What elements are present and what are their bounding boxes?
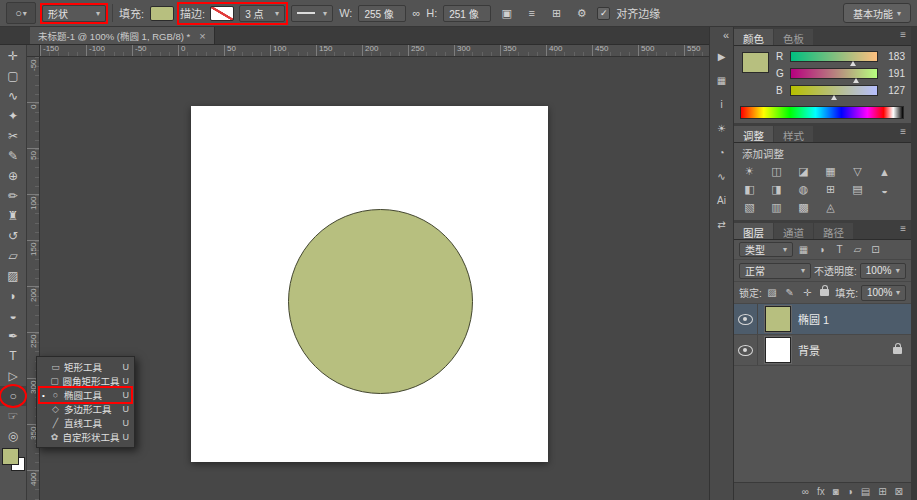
lock-position-icon[interactable]: ✛: [800, 286, 815, 300]
wave-panel-icon[interactable]: ∿: [712, 168, 731, 185]
selective-color-icon[interactable]: ◬: [821, 199, 840, 216]
tool-mode-dropdown[interactable]: 形状 ▾: [42, 5, 106, 22]
black-white-icon[interactable]: ◨: [767, 181, 786, 198]
workspace-switcher-button[interactable]: 基本功能 ▾: [843, 3, 911, 23]
current-color-swatch[interactable]: [742, 52, 769, 73]
pen-tool[interactable]: ✒: [0, 326, 26, 346]
clone-stamp-tool[interactable]: ♜: [0, 206, 26, 226]
tab-channels[interactable]: 通道: [774, 223, 813, 239]
path-alignment-icon[interactable]: ≡: [522, 4, 541, 22]
rounded-rectangle-tool-item[interactable]: • ▢ 圆角矩形工具 U: [37, 374, 134, 388]
blend-mode-dropdown[interactable]: 正常 ▾: [739, 263, 811, 279]
ellipse-shape-tool[interactable]: ○: [0, 386, 26, 406]
ellipse-shape[interactable]: [288, 209, 473, 394]
gear-icon[interactable]: ⚙: [572, 4, 591, 22]
adjustments-dock-icon[interactable]: ☀: [712, 120, 731, 137]
dodge-tool[interactable]: ◒: [0, 306, 26, 326]
layer-name[interactable]: 背景: [798, 342, 893, 358]
foreground-color-swatch[interactable]: [2, 448, 19, 465]
align-edges-checkbox[interactable]: ✓: [597, 7, 610, 20]
path-operations-icon[interactable]: ▣: [497, 4, 516, 22]
type-tool[interactable]: T: [0, 346, 26, 366]
link-dimensions-icon[interactable]: ∞: [412, 7, 420, 19]
rectangle-tool-item[interactable]: • ▭ 矩形工具 U: [37, 360, 134, 374]
filter-pixel-layers-icon[interactable]: ▦: [796, 243, 811, 257]
ruler-origin-corner[interactable]: [27, 44, 40, 57]
levels-icon[interactable]: ◫: [767, 163, 786, 180]
shape-height-field[interactable]: 251 像: [443, 5, 491, 22]
filter-adjustment-layers-icon[interactable]: ◑: [814, 243, 829, 257]
color-lookup-icon[interactable]: ▤: [848, 181, 867, 198]
crop-tool[interactable]: ✂: [0, 126, 26, 146]
channel-slider[interactable]: [790, 51, 878, 62]
panel-menu-icon[interactable]: ≡: [900, 29, 906, 40]
layer-mask-icon[interactable]: ◙: [833, 487, 839, 497]
blur-tool[interactable]: ◗: [0, 286, 26, 306]
layer-fill-dropdown[interactable]: 100% ▾: [861, 285, 906, 301]
zoom-tool[interactable]: ◎: [0, 426, 26, 446]
brush-tool[interactable]: ✏: [0, 186, 26, 206]
path-arrangement-icon[interactable]: ⊞: [547, 4, 566, 22]
layer-row[interactable]: 椭圆 1: [734, 304, 911, 335]
histogram-panel-icon[interactable]: ◔: [712, 144, 731, 161]
panel-menu-icon[interactable]: ≡: [900, 223, 906, 234]
new-layer-icon[interactable]: ⊞: [878, 487, 886, 497]
layer-thumbnail[interactable]: [765, 306, 791, 332]
tab-swatches[interactable]: 色板: [774, 29, 813, 45]
tab-styles[interactable]: 样式: [774, 126, 813, 142]
lasso-tool[interactable]: ∿: [0, 86, 26, 106]
tab-adjustments[interactable]: 调整: [734, 126, 773, 142]
move-tool[interactable]: ✛: [0, 46, 26, 66]
stroke-style-dropdown[interactable]: ▾: [291, 5, 333, 22]
channel-slider[interactable]: [790, 68, 878, 79]
layer-filter-kind-dropdown[interactable]: 类型 ▾: [739, 242, 793, 257]
rectangular-marquee-tool[interactable]: ▢: [0, 66, 26, 86]
ellipse-tool-item[interactable]: • ○ 椭圆工具 U: [37, 388, 134, 402]
new-group-icon[interactable]: ▤: [861, 487, 870, 497]
panel-menu-icon[interactable]: ≡: [900, 126, 906, 137]
eraser-tool[interactable]: ▱: [0, 246, 26, 266]
ai-panel-icon[interactable]: Ai: [712, 192, 731, 209]
gradient-tool[interactable]: ▨: [0, 266, 26, 286]
layer-row[interactable]: 背景: [734, 335, 911, 366]
line-tool-item[interactable]: • ╱ 直线工具 U: [37, 416, 134, 430]
healing-brush-tool[interactable]: ⊕: [0, 166, 26, 186]
tab-layers[interactable]: 图层: [734, 223, 773, 239]
filter-smart-objects-icon[interactable]: ⊡: [868, 243, 883, 257]
expand-panels-icon[interactable]: «: [723, 29, 733, 41]
vibrance-icon[interactable]: ▽: [848, 163, 867, 180]
brush-panel-icon[interactable]: ▦: [712, 72, 731, 89]
arrows-panel-icon[interactable]: ⇄: [712, 216, 731, 233]
tab-color[interactable]: 颜色: [734, 29, 773, 45]
history-brush-tool[interactable]: ↺: [0, 226, 26, 246]
layer-name[interactable]: 椭圆 1: [798, 311, 893, 327]
lock-pixels-icon[interactable]: ✎: [782, 286, 797, 300]
opacity-dropdown[interactable]: 100% ▾: [860, 263, 906, 279]
slider-thumb[interactable]: [853, 78, 859, 83]
path-selection-tool[interactable]: ▷: [0, 366, 26, 386]
tab-paths[interactable]: 路径: [814, 223, 853, 239]
document-canvas[interactable]: [191, 106, 548, 462]
tool-preset-button[interactable]: ○ ▾: [6, 2, 36, 24]
lock-transparency-icon[interactable]: ▨: [765, 286, 780, 300]
color-balance-icon[interactable]: ◧: [740, 181, 759, 198]
close-icon[interactable]: ×: [199, 30, 205, 42]
hue-saturation-icon[interactable]: ▲: [875, 163, 894, 180]
shape-width-field[interactable]: 255 像: [358, 5, 406, 22]
channel-mixer-icon[interactable]: ⊞: [821, 181, 840, 198]
link-layers-icon[interactable]: ∞: [802, 487, 809, 497]
delete-layer-icon[interactable]: ⊠: [895, 487, 903, 497]
document-tab[interactable]: 未标题-1 @ 100% (椭圆 1, RGB/8) * ×: [30, 27, 215, 44]
adjustment-layer-icon[interactable]: ◑: [847, 487, 853, 497]
info-panel-icon[interactable]: i: [712, 96, 731, 113]
color-spectrum-ramp[interactable]: [740, 106, 904, 119]
layer-style-icon[interactable]: fx: [817, 487, 825, 497]
layer-visibility-toggle[interactable]: [734, 304, 758, 334]
exposure-icon[interactable]: ▦: [821, 163, 840, 180]
slider-thumb[interactable]: [850, 61, 856, 66]
filter-type-layers-icon[interactable]: T: [832, 243, 847, 257]
eyedropper-tool[interactable]: ✎: [0, 146, 26, 166]
slider-thumb[interactable]: [831, 95, 837, 100]
layer-thumbnail[interactable]: [765, 337, 791, 363]
posterize-icon[interactable]: ▧: [740, 199, 759, 216]
